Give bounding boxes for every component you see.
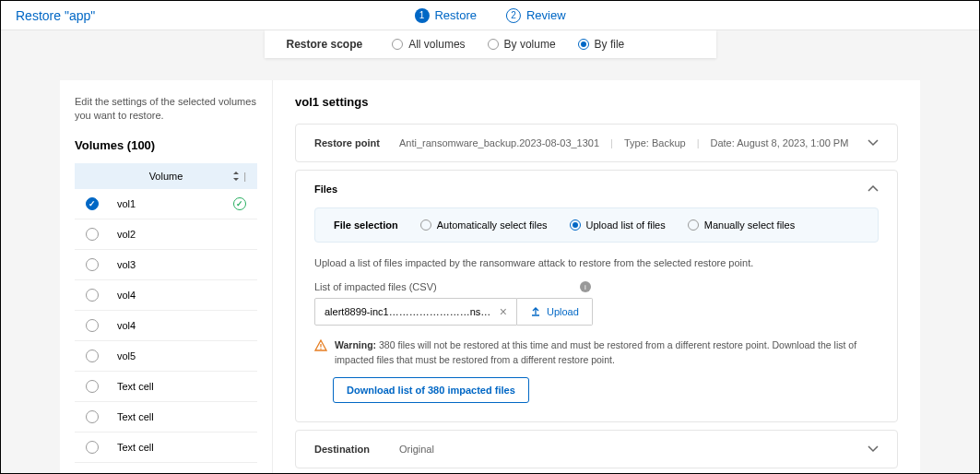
top-bar: Restore "app" 1 Restore 2 Review <box>1 1 979 30</box>
file-upload-row: alert8899-inc1……………………ns… × Upload <box>314 298 879 326</box>
restore-point-header[interactable]: Restore point Anti_ransomware_backup.202… <box>296 124 897 161</box>
files-panel: Files File selection Automatically selec… <box>295 170 898 422</box>
warning-icon <box>314 339 327 368</box>
checkbox-icon[interactable] <box>86 350 99 362</box>
checkbox-icon[interactable] <box>86 289 99 302</box>
warning-message: Warning: 380 files will not be restored … <box>314 338 879 368</box>
volume-row[interactable]: vol5 <box>75 341 257 372</box>
volume-list: vol1 vol2 vol3 vol4 vol4 vol5 Text cell … <box>75 189 257 463</box>
destination-header[interactable]: Destination Original <box>296 431 897 468</box>
content-title: vol1 settings <box>295 95 898 109</box>
step-review[interactable]: 2 Review <box>506 8 566 23</box>
file-input[interactable]: alert8899-inc1……………………ns… × <box>314 298 517 326</box>
radio-icon <box>392 39 403 50</box>
volume-row[interactable]: Text cell <box>75 402 257 433</box>
scope-label: Restore scope <box>287 38 363 51</box>
checkbox-icon[interactable] <box>86 410 99 423</box>
destination-panel: Destination Original <box>295 430 898 468</box>
step-number-icon: 1 <box>414 8 429 23</box>
step-label: Restore <box>434 8 477 22</box>
file-sel-upload[interactable]: Upload list of files <box>570 219 666 231</box>
checkbox-icon[interactable] <box>86 441 99 454</box>
scope-by-file[interactable]: By file <box>578 38 625 51</box>
checkbox-icon[interactable] <box>86 228 99 241</box>
file-selection-bar: File selection Automatically select file… <box>314 207 879 243</box>
clear-file-icon[interactable]: × <box>500 304 507 319</box>
restore-scope-bar: Restore scope All volumes By volume By f… <box>265 30 716 58</box>
file-sel-auto[interactable]: Automatically select files <box>420 219 548 231</box>
wizard-stepper: 1 Restore 2 Review <box>414 8 565 23</box>
chevron-down-icon <box>868 137 879 148</box>
scope-all-volumes[interactable]: All volumes <box>392 38 465 51</box>
settings-content: vol1 settings Restore point Anti_ransomw… <box>272 80 920 474</box>
volume-row[interactable]: vol4 <box>75 311 257 341</box>
volume-row[interactable]: vol3 <box>75 250 257 280</box>
volume-row[interactable]: vol4 <box>75 280 257 311</box>
scope-by-volume[interactable]: By volume <box>488 38 556 51</box>
checkbox-icon[interactable] <box>86 319 99 332</box>
volume-row[interactable]: Text cell <box>75 372 257 402</box>
restore-point-panel: Restore point Anti_ransomware_backup.202… <box>295 124 898 162</box>
csv-field-label: List of impacted files (CSV) i <box>314 281 591 292</box>
chevron-up-icon <box>868 184 879 195</box>
sort-icon[interactable]: | <box>232 171 246 182</box>
volume-row[interactable]: Text cell <box>75 433 257 463</box>
radio-icon <box>570 219 581 231</box>
radio-icon <box>578 39 589 50</box>
chevron-down-icon <box>868 444 879 455</box>
page-title: Restore "app" <box>16 8 95 23</box>
upload-button[interactable]: Upload <box>517 298 593 326</box>
radio-icon <box>420 219 431 231</box>
info-icon[interactable]: i <box>580 281 591 292</box>
status-ok-icon <box>233 197 246 210</box>
upload-help-text: Upload a list of files impacted by the r… <box>314 257 879 268</box>
svg-point-1 <box>320 349 321 350</box>
checkbox-icon[interactable] <box>86 258 99 271</box>
checkbox-icon[interactable] <box>86 380 99 393</box>
files-header[interactable]: Files <box>296 171 897 207</box>
radio-icon <box>488 39 499 50</box>
step-number-icon: 2 <box>506 8 521 23</box>
download-impacted-button[interactable]: Download list of 380 impacted files <box>333 377 529 403</box>
radio-icon <box>688 219 699 231</box>
file-sel-manual[interactable]: Manually select files <box>688 219 795 231</box>
volumes-sidebar: Edit the settings of the selected volume… <box>60 80 272 474</box>
step-label: Review <box>526 8 566 22</box>
volume-row[interactable]: vol1 <box>75 189 257 219</box>
upload-icon <box>530 306 541 317</box>
sidebar-description: Edit the settings of the selected volume… <box>75 95 257 124</box>
volume-row[interactable]: vol2 <box>75 219 257 250</box>
files-body: File selection Automatically select file… <box>296 207 897 421</box>
sidebar-title: Volumes (100) <box>75 138 257 152</box>
main-container: Edit the settings of the selected volume… <box>60 80 920 474</box>
step-restore[interactable]: 1 Restore <box>414 8 477 23</box>
volume-column-header[interactable]: Volume | <box>75 163 257 189</box>
checkbox-icon[interactable] <box>86 197 99 210</box>
